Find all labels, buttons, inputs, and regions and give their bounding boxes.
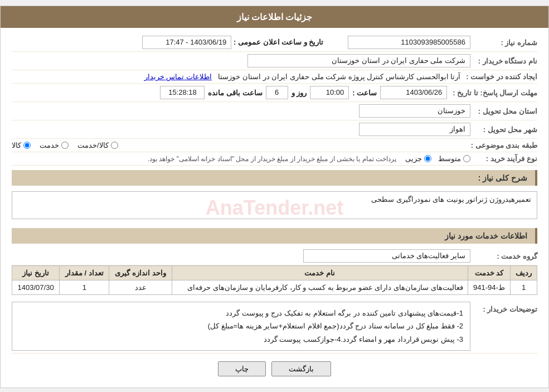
table-row: 1 ط-94-941 فعالیت‌های سازمان‌های دارای ع… [12,280,537,295]
purchase-type-row: نوع فرآیند خرید : جزیی متوسط پرداخت تمام… [12,152,537,166]
delivery-city-label: شهر محل تحویل : [470,125,537,134]
deadline-day-label: روز و [291,89,307,97]
category-kala-text: کالا [12,141,21,149]
need-desc-area: تعمیرهیدروژن ژنراتور یونیت های نمودراگیر… [12,189,537,224]
service-table-header-row: ردیف کد خدمت نام خدمت واحد اندازه گیری ت… [12,266,537,280]
cell-service-code: ط-94-941 [468,280,511,295]
purchase-type-options: جزیی متوسط [405,154,470,163]
need-desc-section-title: شرح کلی نیاز : [12,170,537,186]
category-kala-khedmat-radio[interactable] [111,142,118,149]
category-kala-khedmat-text: کالا/خدمت [77,141,109,149]
purchase-type-jozi-label[interactable]: جزیی [405,154,431,163]
cell-service-name: فعالیت‌های سازمان‌های دارای عضو مربوط به… [172,280,468,295]
buyer-desc-label: توضیحات خریدار : [470,302,537,313]
buyer-name-label: نام دستگاه خریدار : [470,57,537,65]
buyer-name-row: نام دستگاه خریدار : شرکت ملی حفاری ایران… [12,52,537,70]
need-number-display: 1103093985005586 [348,36,470,49]
buyer-desc-line-2: 2- فقط مبلغ کل در سامانه ستاد درج گردد(ج… [19,320,463,332]
back-button[interactable]: بازگشت [271,361,331,376]
category-khedmat-label[interactable]: خدمت [40,141,69,149]
service-group-display: سایر فعالیت‌های خدماتی [303,249,470,263]
deadline-remaining-label: ساعت باقی مانده [208,89,262,97]
buyer-desc-row: توضیحات خریدار : 1-قیمت‌های پیشنهادی تام… [12,299,537,354]
deadline-days: 6 [266,86,288,99]
category-kala-label[interactable]: کالا [12,141,31,149]
cell-quantity: 1 [60,280,109,295]
delivery-province-row: استان محل تحویل : خوزستان [12,102,537,120]
category-kala-khedmat-label[interactable]: کالا/خدمت [77,141,118,149]
need-desc-box: تعمیرهیدروژن ژنراتور یونیت های نمودراگیر… [12,191,537,219]
delivery-province-label: استان محل تحویل : [470,107,537,115]
creator-row: ایجاد کننده در خواست : آرتا ابوالحسنی کا… [12,70,537,84]
contact-link[interactable]: اطلاعات تماس خریدار [144,72,212,81]
announce-value: 1403/06/19 - 17:47 [142,36,231,49]
purchase-type-motavasset-label[interactable]: متوسط [438,154,470,163]
need-number-row: شماره نیاز : 1103093985005586 تاریخ و سا… [12,33,537,52]
need-number-value: 1103093985005586 تاریخ و ساعت اعلان عموم… [12,36,470,49]
cell-unit: عدد [109,280,172,295]
col-need-date: تاریخ نیاز [12,266,60,280]
delivery-city-display: اهواز [359,123,470,136]
service-table-head: ردیف کد خدمت نام خدمت واحد اندازه گیری ت… [12,266,537,280]
category-row: طبقه بندی موضوعی : کالا خدمت کالا/خدمت [12,139,537,152]
col-quantity: تعداد / مقدار [60,266,109,280]
announce-label: تاریخ و ساعت اعلان عمومی : [234,38,323,46]
service-group-value: سایر فعالیت‌های خدماتی [12,249,470,263]
buttons-row: بازگشت چاپ [12,361,537,376]
cell-need-date: 1403/07/30 [12,280,60,295]
col-row-num: ردیف [511,266,537,280]
col-unit: واحد اندازه گیری [109,266,172,280]
delivery-city-value: اهواز [12,123,470,136]
buyer-desc-line-1: 1-قیمت‌های پیشنهادی تامین کننده در برگه … [19,307,463,320]
deadline-remaining: 15:28:18 [160,86,205,99]
delivery-city-row: شهر محل تحویل : اهواز [12,120,537,139]
creator-label: ایجاد کننده در خواست : [460,72,537,81]
buyer-name-display: شرکت ملی حفاری ایران در استان خوزستان [247,54,470,67]
purchase-type-value: جزیی متوسط پرداخت تمام یا بخشی از مبلغ خ… [12,154,470,163]
delivery-province-display: خوزستان [359,104,470,118]
buyer-desc-value: 1-قیمت‌های پیشنهادی تامین کننده در برگه … [12,302,470,351]
service-table-body: 1 ط-94-941 فعالیت‌های سازمان‌های دارای ع… [12,280,537,295]
category-kala-radio[interactable] [23,142,31,149]
buyer-name-value: شرکت ملی حفاری ایران در استان خوزستان [12,54,470,67]
category-options: کالا خدمت کالا/خدمت [12,141,465,149]
purchase-type-motavasset-radio[interactable] [463,155,470,162]
deadline-label: مهلت ارسال پاسخ: تا تاریخ : [447,89,537,97]
creator-text: آرتا ابوالحسنی کارشناس کنترل پروژه شرکت … [218,72,460,81]
purchase-type-jozi-text: جزیی [405,154,422,163]
col-service-name: نام خدمت [172,266,468,280]
service-group-label: گروه خدمت : [470,252,537,260]
category-khedmat-radio[interactable] [61,142,69,149]
page-wrapper: جزئیات اطلاعات نیاز AnaTender.net شماره … [0,6,549,388]
deadline-date: 1403/06/26 [380,86,447,99]
deadline-row: مهلت ارسال پاسخ: تا تاریخ : 1403/06/26 س… [12,84,537,102]
purchase-type-motavasset-text: متوسط [438,154,461,163]
buyer-desc-line-3: 3- پیش نویس قرارداد مهر و امضاء گردد.4-ج… [19,333,463,346]
deadline-time: 10:00 [310,86,349,99]
content-area: AnaTender.net شماره نیاز : 1103093985005… [1,28,548,388]
category-label: طبقه بندی موضوعی : [465,141,537,149]
buyer-desc-box: 1-قیمت‌های پیشنهادی تامین کننده در برگه … [12,302,470,351]
purchase-type-note: پرداخت تمام یا بخشی از مبلغ خریدار از مب… [148,155,396,163]
col-service-code: کد خدمت [468,266,511,280]
service-info-title: اطلاعات خدمات مورد نیاز [12,228,537,244]
purchase-type-jozi-radio[interactable] [424,155,431,162]
print-button[interactable]: چاپ [218,361,266,376]
deadline-time-label: ساعت : [352,89,377,97]
service-group-row: گروه خدمت : سایر فعالیت‌های خدماتی [12,247,537,265]
creator-value: آرتا ابوالحسنی کارشناس کنترل پروژه شرکت … [12,72,460,81]
delivery-province-value: خوزستان [12,104,470,118]
page-title: جزئیات اطلاعات نیاز [1,6,548,28]
need-number-label: شماره نیاز : [470,38,537,47]
category-khedmat-text: خدمت [40,141,59,149]
deadline-value: 1403/06/26 ساعت : 10:00 روز و 6 ساعت باق… [12,86,447,99]
purchase-type-label: نوع فرآیند خرید : [470,154,537,163]
cell-row-num: 1 [511,280,537,295]
service-table: ردیف کد خدمت نام خدمت واحد اندازه گیری ت… [12,265,537,295]
